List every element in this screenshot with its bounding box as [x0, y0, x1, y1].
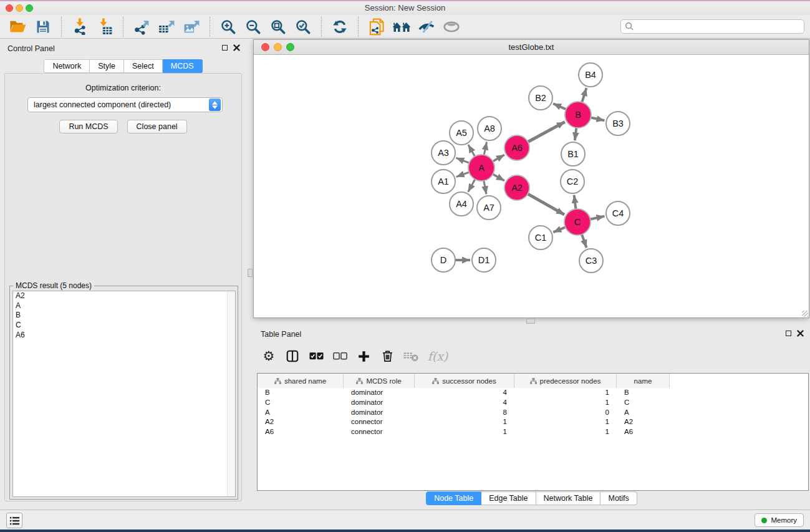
graph-node-A6[interactable]: A6: [504, 135, 529, 160]
graph-node-C[interactable]: C: [564, 209, 591, 235]
table-cell[interactable]: connector: [344, 427, 415, 437]
graph-edge-A-A8[interactable]: [484, 142, 487, 156]
save-session-button[interactable]: [31, 17, 55, 37]
result-item[interactable]: C: [13, 321, 235, 331]
graph-node-A7[interactable]: A7: [477, 196, 501, 220]
graph-node-A5[interactable]: A5: [450, 121, 473, 145]
network-window-titlebar[interactable]: testGlobe.txt: [254, 40, 809, 55]
table-cell[interactable]: 1: [415, 417, 514, 427]
tab-select[interactable]: Select: [124, 59, 163, 73]
node-table[interactable]: shared nameMCDS rolesuccessor nodesprede…: [257, 373, 809, 491]
table-cell[interactable]: 4: [415, 388, 514, 398]
graph-edge-B-B1[interactable]: [575, 127, 577, 140]
split-divider-handle[interactable]: [248, 269, 253, 277]
run-mcds-button[interactable]: Run MCDS: [59, 120, 117, 133]
zoom-fit-button[interactable]: [266, 17, 291, 37]
close-window-button[interactable]: [6, 4, 13, 12]
table-cell[interactable]: 1: [514, 417, 617, 427]
delete-row-button[interactable]: [375, 346, 399, 367]
table-cell[interactable]: 8: [415, 408, 514, 418]
graph-edge-C-C4[interactable]: [590, 216, 605, 220]
graph-node-A4[interactable]: A4: [450, 192, 473, 216]
export-table-button[interactable]: [154, 17, 179, 37]
graph-node-A2[interactable]: A2: [504, 175, 529, 200]
graph-edge-A-A5[interactable]: [468, 145, 475, 157]
result-item[interactable]: A2: [13, 291, 235, 301]
minimize-window-button[interactable]: [16, 4, 23, 12]
tab-motifs[interactable]: Motifs: [600, 491, 637, 505]
graph-edge-B-B2[interactable]: [553, 104, 567, 110]
tab-network-table[interactable]: Network Table: [536, 491, 601, 505]
tab-style[interactable]: Style: [90, 59, 124, 73]
graph-edge-A-A4[interactable]: [468, 179, 476, 192]
show-graphics-details-button[interactable]: [439, 17, 464, 37]
table-cell[interactable]: C: [617, 398, 670, 408]
close-panel-icon[interactable]: [233, 44, 240, 51]
table-row[interactable]: Cdominator41C: [258, 398, 808, 408]
refresh-layout-button[interactable]: [327, 17, 352, 37]
close-panel-icon[interactable]: [797, 330, 804, 337]
graph-edge-A-A1[interactable]: [456, 172, 470, 177]
graph-node-D[interactable]: D: [432, 248, 455, 272]
graph-node-C4[interactable]: C4: [606, 201, 630, 225]
window-resize-grip[interactable]: [802, 311, 808, 317]
column-header-predecessor-nodes[interactable]: predecessor nodes: [514, 374, 617, 388]
graph-node-C2[interactable]: C2: [561, 170, 584, 193]
table-row[interactable]: Adominator80A: [258, 408, 808, 418]
equation-builder-button[interactable]: f(x): [423, 346, 453, 367]
graph-node-C3[interactable]: C3: [579, 249, 603, 273]
show-panels-button[interactable]: [6, 513, 22, 528]
import-table-button[interactable]: [92, 17, 117, 37]
table-cell[interactable]: C: [258, 398, 344, 408]
graph-edge-A-A6[interactable]: [492, 155, 504, 162]
mcds-result-list[interactable]: A2ABCA6: [12, 291, 236, 497]
zoom-window-button[interactable]: [26, 4, 33, 12]
graph-node-A[interactable]: A: [468, 155, 494, 181]
memory-button[interactable]: Memory: [755, 513, 804, 527]
export-network-button[interactable]: [129, 17, 154, 37]
table-cell[interactable]: dominator: [344, 408, 415, 418]
column-header-MCDS-role[interactable]: MCDS role: [344, 374, 415, 388]
tab-mcds[interactable]: MCDS: [163, 59, 203, 73]
graph-edge-A6-B[interactable]: [528, 122, 565, 142]
graph-edge-A-A7[interactable]: [484, 180, 486, 195]
table-cell[interactable]: A6: [258, 427, 344, 437]
table-cell[interactable]: A2: [258, 417, 344, 427]
table-cell[interactable]: 0: [514, 408, 617, 418]
graph-node-B4[interactable]: B4: [579, 63, 602, 87]
table-cell[interactable]: A2: [617, 417, 670, 427]
network-zoom-button[interactable]: [286, 43, 294, 51]
duplicate-network-button[interactable]: [364, 17, 389, 37]
graph-edge-B-B3[interactable]: [591, 117, 605, 120]
table-cell[interactable]: 4: [415, 398, 514, 408]
graph-edge-A-A2[interactable]: [492, 174, 504, 181]
result-list-scrollbar[interactable]: [227, 291, 235, 496]
search-input[interactable]: [634, 21, 804, 32]
table-cell[interactable]: 1: [514, 398, 617, 408]
graph-node-B3[interactable]: B3: [606, 112, 630, 135]
criterion-select[interactable]: largest connected component (directed): [27, 97, 223, 112]
network-minimize-button[interactable]: [274, 43, 282, 51]
graph-node-C1[interactable]: C1: [529, 226, 552, 249]
network-close-button[interactable]: [261, 43, 269, 51]
column-header-name[interactable]: name: [617, 374, 670, 388]
result-item[interactable]: A: [13, 301, 235, 311]
graph-node-B2[interactable]: B2: [529, 86, 552, 110]
network-graph[interactable]: AA1A2A3A4A5A6A7A8BB1B2B3B4CC1C2C3C4DD1: [254, 55, 809, 317]
graph-edge-B-B4[interactable]: [582, 88, 586, 103]
graph-node-B[interactable]: B: [565, 102, 591, 128]
graph-node-B1[interactable]: B1: [561, 142, 585, 166]
create-column-button[interactable]: [281, 346, 304, 367]
select-all-button[interactable]: [304, 346, 328, 367]
table-row[interactable]: Bdominator41B: [258, 388, 808, 398]
export-image-button[interactable]: [179, 17, 204, 37]
table-cell[interactable]: dominator: [344, 398, 415, 408]
table-cell[interactable]: dominator: [344, 388, 415, 398]
unselect-all-button[interactable]: [328, 346, 352, 367]
graph-node-A1[interactable]: A1: [432, 170, 455, 193]
table-cell[interactable]: B: [258, 388, 344, 398]
table-cell[interactable]: connector: [344, 417, 415, 427]
table-cell[interactable]: 1: [514, 388, 617, 398]
add-row-button[interactable]: [352, 346, 375, 367]
tab-edge-table[interactable]: Edge Table: [481, 491, 536, 505]
